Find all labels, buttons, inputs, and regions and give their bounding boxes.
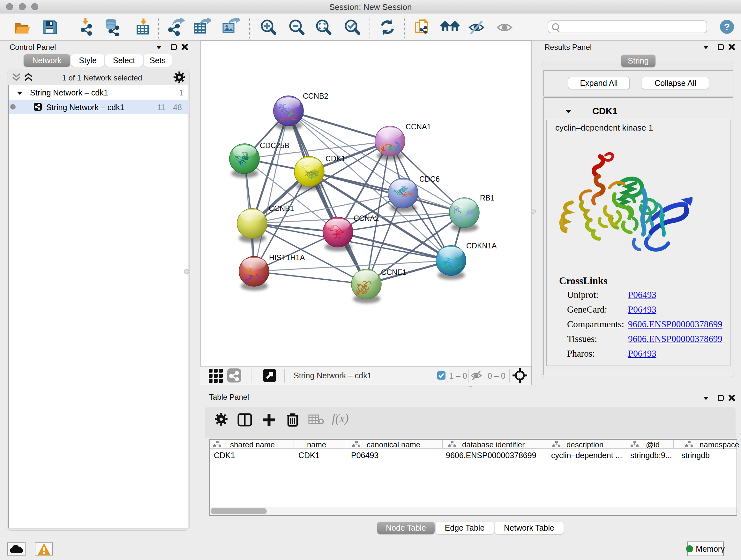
svg-text:CDK1: CDK1 (326, 154, 346, 163)
svg-text:CCNA2: CCNA2 (354, 214, 379, 223)
svg-text:RB1: RB1 (480, 194, 495, 202)
svg-text:?: ? (724, 21, 730, 32)
svg-text:CCNE1: CCNE1 (381, 268, 407, 276)
svg-text:CCNB2: CCNB2 (303, 92, 328, 100)
svg-text:CDC6: CDC6 (419, 175, 440, 183)
svg-text:CCNA1: CCNA1 (406, 123, 431, 131)
svg-text:HIST1H1A: HIST1H1A (269, 253, 305, 262)
svg-text:CCNB1: CCNB1 (269, 204, 294, 212)
svg-text:CDKN1A: CDKN1A (466, 242, 497, 250)
svg-text:CDC25B: CDC25B (260, 141, 289, 150)
